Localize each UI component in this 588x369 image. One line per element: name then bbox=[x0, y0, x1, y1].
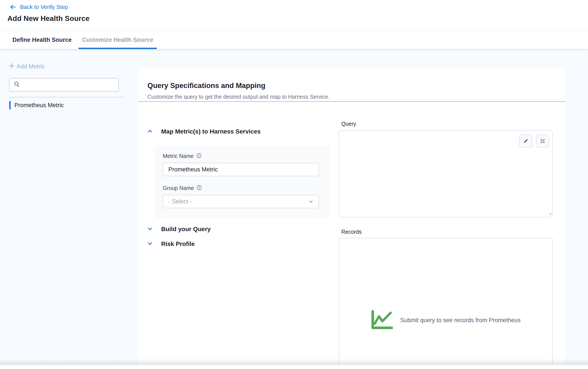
chevron-up-icon bbox=[147, 128, 153, 135]
info-icon[interactable] bbox=[196, 153, 202, 159]
edit-query-button[interactable] bbox=[519, 135, 532, 148]
chevron-down-icon bbox=[147, 226, 153, 233]
select-placeholder: - Select - bbox=[168, 198, 192, 205]
metric-search-box bbox=[9, 78, 119, 91]
section-label: Map Metric(s) to Harness Services bbox=[161, 128, 261, 135]
arrow-left-icon bbox=[10, 3, 17, 10]
records-empty-state: Submit query to see records from Prometh… bbox=[339, 310, 552, 330]
metric-name-input[interactable] bbox=[163, 163, 319, 176]
line-chart-icon bbox=[371, 310, 393, 330]
group-name-select[interactable]: - Select - bbox=[163, 195, 319, 208]
expand-icon bbox=[540, 138, 546, 144]
panel-subtitle: Customize the query to get the desired o… bbox=[147, 94, 330, 100]
search-icon bbox=[13, 81, 20, 89]
chevron-down-icon bbox=[147, 241, 153, 248]
back-link-label: Back to Verify Step bbox=[20, 4, 68, 10]
back-to-verify-step-link[interactable]: Back to Verify Step bbox=[10, 3, 68, 10]
tab-define-health-source[interactable]: Define Health Source bbox=[9, 31, 75, 49]
footer-strip bbox=[0, 365, 588, 369]
query-specifications-panel: Query Specifications and Mapping Customi… bbox=[138, 68, 565, 365]
page-header: Back to Verify Step Add New Health Sourc… bbox=[0, 0, 588, 31]
section-map-metrics[interactable]: Map Metric(s) to Harness Services bbox=[147, 128, 261, 135]
tab-customize-health-source[interactable]: Customize Health Source bbox=[79, 31, 157, 49]
query-label: Query bbox=[341, 121, 356, 127]
metric-item-label: Prometheus Metric bbox=[14, 102, 64, 109]
metric-search-input[interactable] bbox=[23, 81, 115, 88]
section-label: Build your Query bbox=[161, 226, 211, 233]
metric-list-item-prometheus[interactable]: Prometheus Metric bbox=[9, 101, 124, 110]
selected-indicator-bar bbox=[9, 101, 11, 109]
query-textarea[interactable] bbox=[339, 130, 553, 217]
plus-icon bbox=[9, 63, 15, 70]
sidebar-divider bbox=[9, 97, 124, 97]
records-label: Records bbox=[341, 229, 362, 235]
add-metric-button[interactable]: Add Metric bbox=[9, 63, 45, 70]
metrics-sidebar: Add Metric Prometheus Metric bbox=[0, 49, 138, 365]
page-title: Add New Health Source bbox=[7, 14, 89, 23]
info-icon[interactable] bbox=[197, 185, 202, 191]
content-area: Add Metric Prometheus Metric Query Speci… bbox=[0, 49, 588, 365]
add-metric-label: Add Metric bbox=[17, 63, 45, 70]
group-name-label: Group Name bbox=[163, 185, 194, 191]
pencil-icon bbox=[523, 138, 528, 144]
resize-handle[interactable] bbox=[547, 211, 552, 216]
health-source-tabs: Define Health Source Customize Health So… bbox=[0, 31, 588, 49]
panel-header-divider bbox=[138, 101, 565, 102]
records-empty-message: Submit query to see records from Prometh… bbox=[400, 317, 521, 324]
records-panel: Submit query to see records from Prometh… bbox=[339, 238, 553, 365]
metric-name-label: Metric Name bbox=[163, 153, 194, 159]
query-toolbar bbox=[519, 135, 549, 148]
section-risk-profile[interactable]: Risk Profile bbox=[147, 240, 195, 248]
chevron-down-icon bbox=[308, 199, 314, 205]
section-label: Risk Profile bbox=[161, 240, 195, 248]
panel-title: Query Specifications and Mapping bbox=[147, 81, 265, 90]
section-build-your-query[interactable]: Build your Query bbox=[147, 226, 211, 233]
expand-query-button[interactable] bbox=[536, 135, 549, 148]
map-metric-form-card: Metric Name Group Name - Select - bbox=[155, 146, 330, 218]
